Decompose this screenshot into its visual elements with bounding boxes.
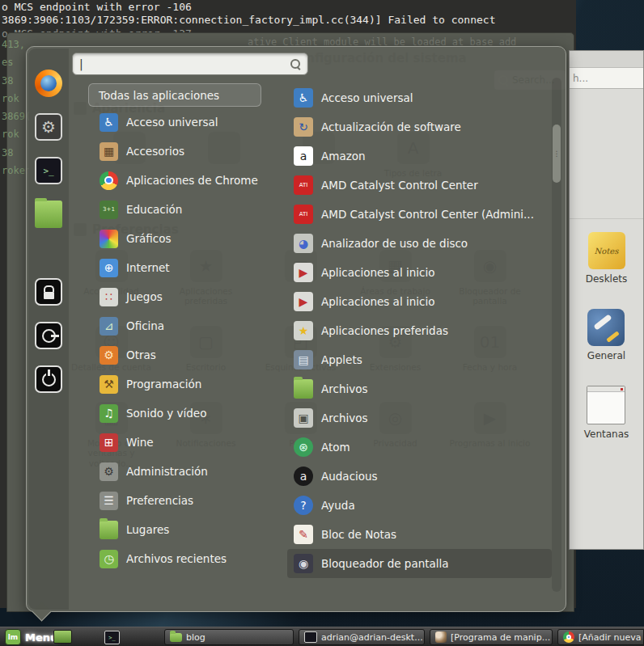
amazon-icon: a bbox=[294, 146, 313, 166]
menu-application-item[interactable]: ★ Aplicaciones preferidas bbox=[287, 316, 552, 345]
taskbar-window-gimp[interactable]: [Programa de manip... bbox=[430, 629, 553, 645]
wine-icon: ⊞ bbox=[100, 433, 118, 452]
desklets-item[interactable]: Notes Desklets bbox=[586, 232, 628, 285]
bottom-panel: lm Menú >_ blog adrian@adrian-deskt... [… bbox=[0, 627, 644, 646]
notes-icon: ✎ bbox=[294, 525, 313, 544]
administration-icon: ⚙ bbox=[100, 462, 118, 481]
menu-application-item[interactable]: ↻ Actualización de software bbox=[287, 112, 552, 141]
menu-application-item[interactable]: ◕ Analizador de uso de disco bbox=[287, 229, 552, 258]
gimp-icon bbox=[435, 631, 447, 643]
desklets-notes-icon: Notes bbox=[588, 232, 625, 269]
menu-category-list: ♿ Acceso universal ▦ Accesorios Aplicaci… bbox=[78, 108, 284, 573]
places-folder-icon bbox=[100, 521, 118, 539]
menu-category-item[interactable]: ⚒ Programación bbox=[78, 369, 284, 399]
menu-category-item[interactable]: Aplicaciones de Chrome bbox=[78, 166, 284, 195]
search-icon bbox=[290, 59, 301, 70]
menu-category-item[interactable]: ⊞ Wine bbox=[78, 428, 284, 457]
menu-category-item[interactable]: ▦ Accesorios bbox=[78, 137, 284, 166]
sound-video-icon: ♫ bbox=[100, 404, 118, 423]
education-icon: 3+1 bbox=[100, 201, 118, 219]
show-desktop-icon[interactable] bbox=[53, 630, 72, 644]
desklets-header-area bbox=[570, 89, 643, 219]
logout-icon[interactable] bbox=[35, 322, 62, 349]
menu-scrollbar[interactable]: ⋮ bbox=[552, 78, 561, 592]
menu-category-item[interactable]: ⊿ Oficina bbox=[78, 311, 284, 340]
menu-category-item[interactable]: ⚙ Otras bbox=[78, 340, 284, 369]
desklets-item[interactable]: Ventanas bbox=[584, 386, 629, 440]
menu-favorites-strip: ⚙>_ bbox=[28, 49, 69, 610]
firefox-icon[interactable] bbox=[35, 70, 62, 97]
chrome-icon-small bbox=[563, 631, 574, 643]
terminal-bleed-fragments: 413, 38 es 38 rok 3869(39 rok 38 roken) bbox=[2, 36, 29, 179]
menu-application-item[interactable]: ▶ Aplicaciones al inicio bbox=[287, 258, 552, 287]
atom-icon: ⊛ bbox=[294, 437, 313, 457]
taskbtn-folder-icon bbox=[170, 633, 182, 642]
menu-application-item[interactable]: a Amazon bbox=[287, 141, 552, 171]
help-icon: ? bbox=[294, 496, 313, 515]
amd-catalyst-icon: ATI bbox=[294, 205, 313, 224]
audacious-icon: a bbox=[294, 467, 313, 486]
desklets-window: h... Notes Desklets General Ventanas bbox=[569, 50, 644, 550]
terminal-line: 3869:3906:1103/172359:ERROR:connection_f… bbox=[2, 14, 495, 26]
menu-application-item[interactable]: ◉ Bloqueador de pantalla bbox=[287, 549, 552, 578]
menu-search-input[interactable] bbox=[83, 57, 290, 71]
menu-application-item[interactable]: ▤ Applets bbox=[287, 345, 552, 374]
menu-category-item[interactable]: ◷ Archivos recientes bbox=[78, 544, 284, 573]
menu-category-item[interactable]: ♫ Sonido y vídeo bbox=[78, 399, 284, 428]
menu-application-item[interactable]: Archivos bbox=[287, 374, 552, 403]
menu-category-item[interactable]: Gráficos bbox=[78, 224, 284, 253]
software-update-icon: ↻ bbox=[294, 117, 313, 137]
terminal-launcher-icon[interactable]: >_ bbox=[104, 631, 120, 644]
menu-scrollbar-thumb[interactable]: ⋮ bbox=[553, 125, 561, 183]
office-icon: ⊿ bbox=[100, 317, 118, 336]
preferred-apps-icon: ★ bbox=[294, 321, 313, 340]
menu-category-item[interactable]: 3+1 Educación bbox=[78, 195, 284, 224]
menu-application-item[interactable]: ⊛ Atom bbox=[287, 433, 552, 462]
menu-category-item[interactable]: ♿ Acceso universal bbox=[78, 108, 284, 137]
menu-application-item[interactable]: ♿ Acceso universal bbox=[287, 83, 552, 112]
menu-application-item[interactable]: ✎ Bloc de Notas bbox=[287, 520, 552, 549]
menu-application-item[interactable]: ATI AMD Catalyst Control Center bbox=[287, 171, 552, 200]
disk-usage-icon: ◕ bbox=[294, 234, 313, 253]
startup-apps-icon: ▶ bbox=[294, 292, 313, 311]
menu-category-item[interactable]: ⊕ Internet bbox=[78, 253, 284, 282]
taskbar-window-terminal[interactable]: adrian@adrian-deskt... bbox=[299, 629, 425, 645]
menu-button[interactable]: lm Menú bbox=[2, 628, 61, 646]
menu-category-item[interactable]: ⚙ Administración bbox=[78, 457, 284, 486]
menu-application-item[interactable]: ▣ Archivos bbox=[287, 403, 552, 433]
universal-access-icon: ♿ bbox=[294, 88, 313, 108]
general-icon bbox=[587, 309, 625, 346]
menu-category-item[interactable]: ∷ Juegos bbox=[78, 282, 284, 311]
menu-application-item[interactable]: ATI AMD Catalyst Control Center (Admini.… bbox=[287, 200, 552, 229]
terminal-line: o MCS endpoint with error -106 bbox=[2, 1, 192, 13]
menu-application-list: ♿ Acceso universal ↻ Actualización de so… bbox=[287, 83, 552, 578]
desklets-toolbar bbox=[570, 51, 643, 68]
desklets-item-list: Notes Desklets General Ventanas bbox=[570, 219, 643, 440]
chrome-app-icon bbox=[100, 171, 118, 190]
menu-application-item[interactable]: ? Ayuda bbox=[287, 491, 552, 520]
menu-category-item[interactable]: ☰ Preferencias bbox=[78, 486, 284, 515]
power-icon[interactable] bbox=[35, 365, 62, 393]
menu-category-item[interactable]: Lugares bbox=[78, 515, 284, 544]
universal-access-icon: ♿ bbox=[100, 113, 118, 132]
preferences-icon: ☰ bbox=[100, 492, 118, 510]
menu-application-item[interactable]: a Audacious bbox=[287, 462, 552, 491]
menu-search-box[interactable]: | bbox=[72, 53, 308, 75]
screen-lock-icon: ◉ bbox=[294, 554, 313, 573]
settings-gears-icon[interactable]: ⚙ bbox=[35, 113, 62, 141]
lock-icon[interactable] bbox=[35, 278, 62, 306]
desklets-item[interactable]: General bbox=[587, 309, 625, 361]
main-menu-popup: ⚙>_ | Todas las aplicaciones ♿ Acceso un… bbox=[26, 46, 566, 612]
desklets-search-field[interactable]: h... bbox=[570, 68, 643, 89]
menu-application-item[interactable]: ▶ Aplicaciones al inicio bbox=[287, 287, 552, 316]
applets-icon: ▤ bbox=[294, 350, 313, 369]
files-fav-folder-icon[interactable] bbox=[35, 201, 62, 228]
terminal-fav-icon[interactable]: >_ bbox=[35, 157, 62, 184]
taskbar-window-chrome[interactable]: [Añadir nueva bbox=[557, 629, 644, 645]
taskbtn-terminal-icon bbox=[304, 631, 317, 643]
other-icon: ⚙ bbox=[100, 346, 118, 365]
internet-icon: ⊕ bbox=[100, 259, 118, 277]
all-applications-button[interactable]: Todas las aplicaciones bbox=[88, 83, 261, 107]
taskbar-window-blog[interactable]: blog bbox=[164, 629, 294, 645]
amd-catalyst-icon: ATI bbox=[294, 175, 313, 195]
